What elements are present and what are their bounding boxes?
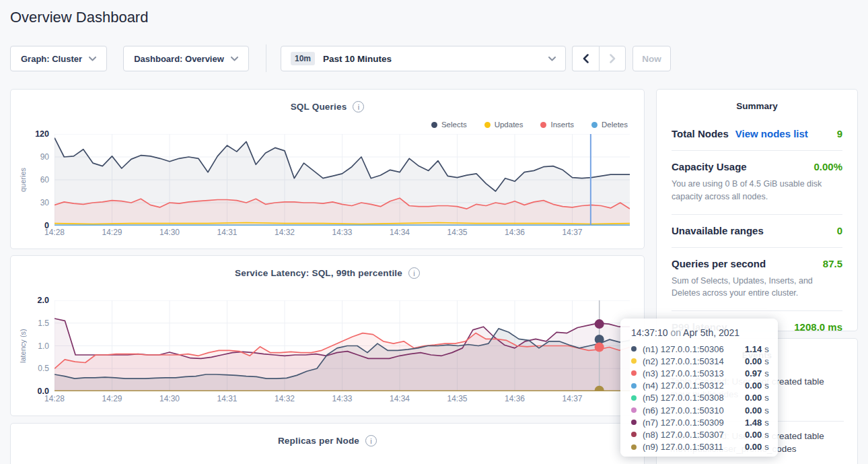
latency-chart-title: Service Latency: SQL, 99th percentile — [235, 268, 402, 278]
sql-queries-chart-card: SQL Queries i SelectsUpdatesInsertsDelet… — [10, 89, 645, 249]
node-address: (n4) 127.0.0.1:50312 — [643, 380, 745, 391]
x-axis-tick: 14:29 — [99, 228, 126, 237]
sql-x-axis: 14:2814:2914:3014:3114:3214:3314:3414:35… — [55, 228, 630, 238]
node-color-dot — [631, 370, 637, 376]
info-icon[interactable]: i — [408, 267, 420, 279]
x-axis-tick: 14:33 — [329, 394, 356, 403]
time-next-button[interactable] — [599, 46, 626, 71]
x-axis-tick: 14:30 — [156, 228, 183, 237]
tooltip-node-row: (n2) 127.0.0.1:503140.00s — [631, 355, 778, 367]
x-axis-tick: 14:35 — [444, 394, 471, 403]
unavailable-ranges-label: Unavailable ranges — [672, 225, 764, 236]
node-latency-unit: s — [764, 344, 769, 354]
summary-qps: Queries per second 87.5 Sum of Selects, … — [672, 248, 842, 312]
node-color-dot — [631, 358, 637, 364]
replicas-chart-title: Replicas per Node — [278, 436, 359, 446]
node-latency-value: 1.48 — [745, 418, 762, 428]
x-axis-tick: 14:36 — [501, 394, 528, 403]
time-range-label: Past 10 Minutes — [323, 54, 540, 64]
y-axis-tick: 120 — [35, 129, 49, 139]
node-latency-unit: s — [764, 430, 769, 440]
x-axis-tick: 14:34 — [386, 228, 413, 237]
node-latency-value: 0.00 — [745, 405, 762, 416]
tooltip-node-row: (n5) 127.0.0.1:503080.00s — [631, 392, 778, 404]
node-latency-value: 0.00 — [745, 356, 762, 366]
node-color-dot — [631, 432, 637, 437]
total-nodes-label: Total Nodes — [672, 128, 729, 139]
node-address: (n2) 127.0.0.1:50314 — [643, 356, 745, 366]
node-address: (n8) 127.0.0.1:50307 — [643, 430, 745, 440]
node-address: (n3) 127.0.0.1:50313 — [643, 368, 745, 378]
node-latency-value: 0.00 — [745, 430, 762, 440]
node-color-dot — [631, 346, 637, 352]
node-address: (n1) 127.0.0.1:50306 — [643, 344, 745, 354]
tooltip-timestamp: 14:37:10 on Apr 5th, 2021 — [631, 327, 778, 338]
service-latency-plot[interactable] — [55, 300, 630, 391]
legend-item-inserts[interactable]: Inserts — [540, 121, 574, 129]
node-address: (n6) 127.0.0.1:50310 — [643, 405, 745, 416]
legend-label: Updates — [495, 121, 523, 129]
node-latency-unit: s — [764, 405, 769, 416]
sql-queries-plot[interactable] — [55, 134, 630, 226]
x-axis-tick: 14:36 — [501, 228, 528, 237]
info-icon[interactable]: i — [353, 101, 364, 112]
toolbar-divider — [266, 44, 266, 72]
summary-capacity: Capacity Usage 0.00% You are using 0 B o… — [672, 151, 842, 215]
tooltip-node-row: (n3) 127.0.0.1:503130.97s — [631, 367, 778, 379]
chevron-down-icon — [548, 57, 556, 61]
legend-dot — [591, 122, 598, 128]
graph-dropdown-label: Graph: Cluster — [21, 54, 82, 64]
sql-chart-title: SQL Queries — [291, 102, 347, 112]
node-address: (n7) 127.0.0.1:50309 — [643, 418, 745, 428]
p99-latency-value: 1208.0 ms — [794, 321, 842, 333]
x-axis-tick: 14:34 — [386, 394, 413, 403]
legend-dot — [431, 122, 437, 128]
capacity-label: Capacity Usage — [672, 161, 747, 172]
x-axis-tick: 14:35 — [444, 228, 471, 237]
node-latency-value: 0.97 — [745, 368, 762, 378]
x-axis-tick: 14:31 — [214, 228, 241, 237]
legend-item-updates[interactable]: Updates — [484, 121, 523, 129]
node-color-dot — [631, 395, 637, 401]
summary-total-nodes: Total Nodes View nodes list 9 — [672, 118, 842, 151]
chevron-down-icon — [231, 57, 238, 61]
node-latency-unit: s — [764, 380, 769, 391]
y-axis-tick: 2.0 — [38, 296, 49, 305]
y-axis-tick: 1.0 — [38, 341, 49, 351]
x-axis-tick: 14:32 — [271, 394, 298, 403]
legend-label: Inserts — [550, 121, 574, 129]
graph-dropdown[interactable]: Graph: Cluster — [10, 46, 107, 71]
node-latency-unit: s — [764, 393, 769, 403]
y-axis-tick: 90 — [40, 152, 49, 162]
tooltip-node-row: (n1) 127.0.0.1:503061.14s — [631, 343, 778, 355]
node-color-dot — [631, 383, 637, 389]
node-latency-value: 1.14 — [745, 344, 762, 354]
unavailable-ranges-value: 0 — [837, 225, 842, 236]
x-axis-tick: 14:28 — [41, 394, 68, 403]
x-axis-tick: 14:37 — [559, 228, 586, 237]
info-icon[interactable]: i — [365, 435, 377, 446]
y-axis-tick: 30 — [40, 198, 49, 207]
chevron-right-icon — [610, 54, 616, 63]
hover-dot — [595, 319, 604, 329]
legend-item-selects[interactable]: Selects — [431, 121, 467, 129]
summary-panel: Summary Total Nodes View nodes list 9 Ca… — [656, 89, 858, 331]
node-latency-unit: s — [764, 418, 769, 428]
view-nodes-list-link[interactable]: View nodes list — [735, 128, 808, 139]
dashboard-dropdown-label: Dashboard: Overview — [134, 54, 224, 64]
time-prev-button[interactable] — [572, 46, 599, 71]
time-range-dropdown[interactable]: 10m Past 10 Minutes — [281, 46, 566, 71]
node-latency-value: 0.00 — [745, 442, 762, 452]
node-address: (n9) 127.0.0.1:50311 — [643, 442, 745, 452]
dashboard-dropdown[interactable]: Dashboard: Overview — [123, 46, 249, 71]
total-nodes-value: 9 — [837, 128, 842, 139]
node-color-dot — [631, 444, 637, 450]
summary-unavailable-ranges: Unavailable ranges 0 — [672, 215, 842, 248]
node-latency-unit: s — [764, 442, 769, 452]
legend-item-deletes[interactable]: Deletes — [591, 121, 628, 129]
chart-hover-tooltip: 14:37:10 on Apr 5th, 2021 (n1) 127.0.0.1… — [620, 319, 778, 457]
qps-value: 87.5 — [823, 258, 842, 269]
x-axis-tick: 14:30 — [156, 394, 183, 403]
qps-description: Sum of Selects, Updates, Inserts, and De… — [672, 275, 842, 300]
now-button[interactable]: Now — [632, 46, 671, 71]
